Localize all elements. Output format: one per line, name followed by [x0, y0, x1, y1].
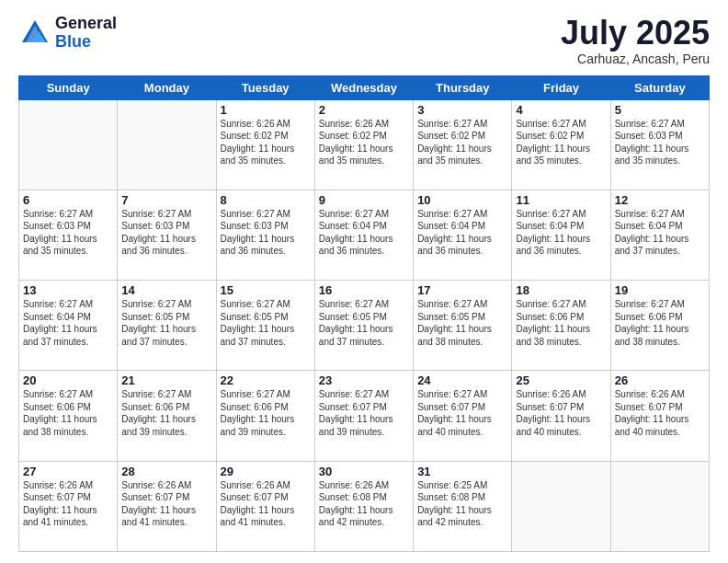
day-info: Sunrise: 6:27 AM Sunset: 6:03 PM Dayligh…: [121, 208, 211, 258]
day-info: Sunrise: 6:27 AM Sunset: 6:05 PM Dayligh…: [221, 298, 311, 348]
day-info: Sunrise: 6:27 AM Sunset: 6:05 PM Dayligh…: [417, 298, 507, 348]
calendar-cell: [19, 99, 118, 190]
logo: General Blue: [18, 15, 117, 52]
day-number: 27: [23, 465, 113, 478]
col-tuesday: Tuesday: [216, 75, 314, 99]
logo-blue: Blue: [55, 33, 117, 52]
day-number: 2: [319, 103, 409, 117]
col-thursday: Thursday: [414, 75, 512, 99]
header: General Blue July 2025 Carhuaz, Ancash, …: [18, 15, 710, 66]
day-info: Sunrise: 6:27 AM Sunset: 6:04 PM Dayligh…: [615, 208, 705, 258]
calendar-cell: [118, 99, 216, 190]
calendar-cell: 19Sunrise: 6:27 AM Sunset: 6:06 PM Dayli…: [610, 281, 709, 371]
day-info: Sunrise: 6:26 AM Sunset: 6:02 PM Dayligh…: [319, 118, 409, 167]
day-info: Sunrise: 6:27 AM Sunset: 6:03 PM Dayligh…: [615, 118, 705, 167]
day-number: 5: [615, 103, 705, 117]
calendar-cell: 17Sunrise: 6:27 AM Sunset: 6:05 PM Dayli…: [414, 281, 512, 371]
day-number: 20: [23, 373, 113, 387]
calendar-cell: 23Sunrise: 6:27 AM Sunset: 6:07 PM Dayli…: [314, 371, 413, 461]
day-number: 9: [319, 193, 409, 207]
day-info: Sunrise: 6:26 AM Sunset: 6:02 PM Dayligh…: [221, 118, 311, 167]
day-number: 15: [221, 283, 311, 297]
week-row-2: 13Sunrise: 6:27 AM Sunset: 6:04 PM Dayli…: [19, 281, 710, 371]
day-info: Sunrise: 6:27 AM Sunset: 6:06 PM Dayligh…: [615, 298, 705, 348]
col-wednesday: Wednesday: [314, 75, 413, 99]
day-number: 18: [516, 283, 606, 297]
day-info: Sunrise: 6:27 AM Sunset: 6:07 PM Dayligh…: [319, 388, 409, 438]
calendar-cell: 18Sunrise: 6:27 AM Sunset: 6:06 PM Dayli…: [512, 281, 610, 371]
col-monday: Monday: [118, 75, 216, 99]
day-number: 10: [417, 193, 507, 207]
calendar-cell: 26Sunrise: 6:26 AM Sunset: 6:07 PM Dayli…: [610, 371, 709, 461]
week-row-3: 20Sunrise: 6:27 AM Sunset: 6:06 PM Dayli…: [19, 371, 710, 461]
day-number: 16: [319, 283, 409, 297]
day-info: Sunrise: 6:26 AM Sunset: 6:07 PM Dayligh…: [23, 479, 113, 529]
day-number: 4: [516, 103, 606, 117]
day-info: Sunrise: 6:27 AM Sunset: 6:06 PM Dayligh…: [221, 388, 311, 438]
calendar-cell: 27Sunrise: 6:26 AM Sunset: 6:07 PM Dayli…: [19, 461, 118, 551]
calendar-cell: 11Sunrise: 6:27 AM Sunset: 6:04 PM Dayli…: [512, 190, 610, 280]
day-info: Sunrise: 6:27 AM Sunset: 6:04 PM Dayligh…: [417, 208, 507, 258]
day-number: 21: [121, 373, 211, 387]
day-info: Sunrise: 6:27 AM Sunset: 6:06 PM Dayligh…: [23, 388, 113, 438]
day-info: Sunrise: 6:27 AM Sunset: 6:05 PM Dayligh…: [319, 298, 409, 348]
title-block: July 2025 Carhuaz, Ancash, Peru: [561, 15, 710, 66]
calendar-cell: 9Sunrise: 6:27 AM Sunset: 6:04 PM Daylig…: [314, 190, 413, 280]
day-info: Sunrise: 6:26 AM Sunset: 6:07 PM Dayligh…: [516, 388, 606, 438]
day-info: Sunrise: 6:27 AM Sunset: 6:04 PM Dayligh…: [319, 208, 409, 258]
calendar-cell: 16Sunrise: 6:27 AM Sunset: 6:05 PM Dayli…: [314, 281, 413, 371]
calendar-cell: 30Sunrise: 6:26 AM Sunset: 6:08 PM Dayli…: [314, 461, 413, 551]
logo-icon: [18, 17, 51, 50]
day-number: 13: [23, 283, 113, 297]
day-info: Sunrise: 6:26 AM Sunset: 6:07 PM Dayligh…: [221, 479, 311, 529]
calendar-cell: 13Sunrise: 6:27 AM Sunset: 6:04 PM Dayli…: [19, 281, 118, 371]
week-row-1: 6Sunrise: 6:27 AM Sunset: 6:03 PM Daylig…: [19, 190, 710, 280]
day-info: Sunrise: 6:27 AM Sunset: 6:04 PM Dayligh…: [23, 298, 113, 348]
day-info: Sunrise: 6:27 AM Sunset: 6:05 PM Dayligh…: [121, 298, 211, 348]
day-info: Sunrise: 6:26 AM Sunset: 6:08 PM Dayligh…: [319, 479, 409, 529]
day-number: 25: [516, 373, 606, 387]
calendar-cell: 2Sunrise: 6:26 AM Sunset: 6:02 PM Daylig…: [314, 99, 413, 190]
col-sunday: Sunday: [19, 75, 118, 99]
col-saturday: Saturday: [610, 75, 709, 99]
day-number: 28: [121, 465, 211, 478]
day-number: 7: [121, 193, 211, 207]
calendar-cell: 31Sunrise: 6:25 AM Sunset: 6:08 PM Dayli…: [414, 461, 512, 551]
calendar-cell: [610, 461, 709, 551]
day-number: 8: [221, 193, 311, 207]
day-info: Sunrise: 6:26 AM Sunset: 6:07 PM Dayligh…: [121, 479, 211, 529]
day-number: 23: [319, 373, 409, 387]
day-info: Sunrise: 6:27 AM Sunset: 6:02 PM Dayligh…: [516, 118, 606, 167]
calendar-cell: 12Sunrise: 6:27 AM Sunset: 6:04 PM Dayli…: [610, 190, 709, 280]
day-number: 12: [615, 193, 705, 207]
day-info: Sunrise: 6:27 AM Sunset: 6:07 PM Dayligh…: [417, 388, 507, 438]
calendar-cell: 25Sunrise: 6:26 AM Sunset: 6:07 PM Dayli…: [512, 371, 610, 461]
calendar-cell: 15Sunrise: 6:27 AM Sunset: 6:05 PM Dayli…: [216, 281, 314, 371]
day-number: 19: [615, 283, 705, 297]
calendar-cell: [512, 461, 610, 551]
calendar-cell: 20Sunrise: 6:27 AM Sunset: 6:06 PM Dayli…: [19, 371, 118, 461]
week-row-4: 27Sunrise: 6:26 AM Sunset: 6:07 PM Dayli…: [19, 461, 710, 551]
week-row-0: 1Sunrise: 6:26 AM Sunset: 6:02 PM Daylig…: [19, 99, 710, 190]
calendar-cell: 7Sunrise: 6:27 AM Sunset: 6:03 PM Daylig…: [118, 190, 216, 280]
header-row: Sunday Monday Tuesday Wednesday Thursday…: [19, 75, 710, 99]
month-year: July 2025: [561, 15, 710, 52]
calendar-cell: 21Sunrise: 6:27 AM Sunset: 6:06 PM Dayli…: [118, 371, 216, 461]
day-info: Sunrise: 6:27 AM Sunset: 6:06 PM Dayligh…: [121, 388, 211, 438]
calendar-body: 1Sunrise: 6:26 AM Sunset: 6:02 PM Daylig…: [19, 99, 710, 551]
day-number: 30: [319, 465, 409, 478]
day-number: 22: [221, 373, 311, 387]
day-info: Sunrise: 6:27 AM Sunset: 6:04 PM Dayligh…: [516, 208, 606, 258]
calendar-cell: 5Sunrise: 6:27 AM Sunset: 6:03 PM Daylig…: [610, 99, 709, 190]
page: General Blue July 2025 Carhuaz, Ancash, …: [0, 0, 728, 563]
day-info: Sunrise: 6:26 AM Sunset: 6:07 PM Dayligh…: [615, 388, 705, 438]
day-info: Sunrise: 6:27 AM Sunset: 6:06 PM Dayligh…: [516, 298, 606, 348]
day-number: 3: [417, 103, 507, 117]
day-number: 31: [417, 465, 507, 478]
location: Carhuaz, Ancash, Peru: [561, 52, 710, 66]
logo-general: General: [55, 15, 117, 33]
calendar-cell: 22Sunrise: 6:27 AM Sunset: 6:06 PM Dayli…: [216, 371, 314, 461]
day-info: Sunrise: 6:27 AM Sunset: 6:03 PM Dayligh…: [23, 208, 113, 258]
day-number: 26: [615, 373, 705, 387]
calendar-cell: 8Sunrise: 6:27 AM Sunset: 6:03 PM Daylig…: [216, 190, 314, 280]
